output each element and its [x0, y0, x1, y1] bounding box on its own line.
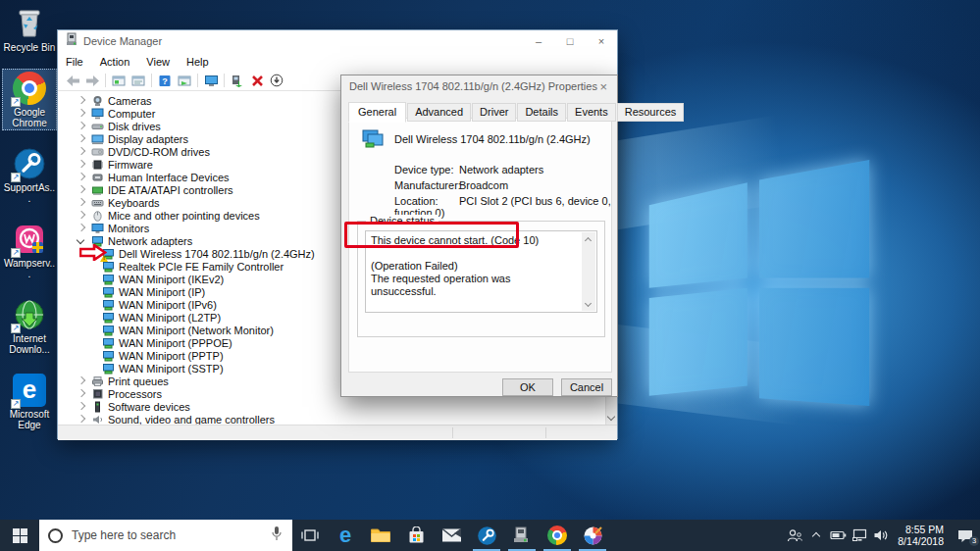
tab-details[interactable]: Details	[517, 103, 566, 122]
taskbar-clock[interactable]: 8:55 PM 8/14/2018	[898, 524, 944, 547]
taskbar-supportassist-icon[interactable]	[469, 520, 504, 551]
tab-driver[interactable]: Driver	[472, 103, 516, 122]
tree-item-label: WAN Miniport (IKEv2)	[119, 274, 224, 285]
scroll-up-icon[interactable]	[586, 236, 592, 242]
scan-hardware-icon[interactable]	[228, 73, 247, 89]
shortcut-arrow-icon: ↗	[11, 248, 21, 258]
disable-device-icon[interactable]	[267, 73, 286, 89]
tray-battery-icon[interactable]	[827, 520, 849, 551]
scroll-down-icon[interactable]	[607, 413, 615, 421]
tray-people-icon[interactable]	[784, 520, 805, 551]
chevron-right-icon[interactable]	[77, 377, 85, 385]
forward-icon[interactable]	[82, 73, 102, 89]
taskbar-edge-icon[interactable]: e	[328, 520, 363, 551]
chevron-right-icon[interactable]	[77, 186, 85, 194]
tree-item-label: WAN Miniport (L2TP)	[119, 312, 221, 324]
field-label: Manufacturer:	[394, 179, 459, 191]
back-icon[interactable]	[63, 73, 82, 89]
minimize-button[interactable]: –	[523, 30, 554, 52]
chevron-right-icon[interactable]	[77, 148, 85, 156]
tree-item-label: Display adapters	[108, 133, 188, 145]
windows-logo-icon	[13, 528, 27, 543]
chevron-right-icon[interactable]	[77, 403, 85, 411]
tree-item-label: Dell Wireless 1704 802.11b/g/n (2.4GHz)	[119, 248, 315, 260]
console-window-icon[interactable]	[175, 73, 194, 89]
desktop-icon-microsoft-edge[interactable]: e↗Microsoft Edge	[2, 371, 57, 432]
general-tab-panel: Dell Wireless 1704 802.11b/g/n (2.4GHz) …	[348, 118, 612, 373]
ok-button[interactable]: OK	[502, 378, 553, 396]
taskbar-chrome-icon[interactable]	[540, 520, 575, 551]
action-center-icon[interactable]: 3	[951, 520, 980, 551]
chevron-down-icon[interactable]	[77, 237, 85, 245]
desktop-icon-google-chrome[interactable]: ↗Google Chrome	[2, 69, 57, 130]
toolbar-separator	[197, 74, 198, 87]
tree-item-label: IDE ATA/ATAPI controllers	[108, 184, 233, 196]
cpu-device-icon	[91, 388, 104, 400]
tab-general[interactable]: General	[348, 102, 406, 123]
clock-time: 8:55 PM	[898, 524, 944, 535]
desktop-icon-recycle-bin[interactable]: Recycle Bin	[2, 4, 57, 55]
taskbar-task-view-icon[interactable]	[292, 520, 328, 551]
menu-bar: FileActionViewHelp	[58, 52, 617, 71]
menu-file[interactable]: File	[66, 56, 83, 68]
status-scrollbar[interactable]	[582, 232, 595, 311]
chevron-right-icon[interactable]	[77, 225, 85, 232]
disk-device-icon	[91, 121, 104, 132]
desktop-icon-supportassist[interactable]: ↗SupportAs...	[2, 144, 57, 206]
chevron-right-icon[interactable]	[77, 97, 85, 105]
tray-hidden-icons-icon[interactable]	[805, 520, 827, 551]
tab-advanced[interactable]: Advanced	[407, 103, 471, 122]
scroll-down-icon[interactable]	[586, 301, 592, 307]
menu-action[interactable]: Action	[100, 56, 130, 68]
tray-network-icon[interactable]	[849, 520, 870, 551]
properties-icon[interactable]	[129, 73, 148, 89]
show-tree-icon[interactable]	[109, 73, 129, 89]
chevron-right-icon[interactable]	[77, 161, 85, 169]
menu-help[interactable]: Help	[186, 56, 209, 68]
desktop-icon-wampserver[interactable]: ↗Wampserv...	[2, 220, 57, 281]
uninstall-device-icon[interactable]	[247, 73, 267, 89]
chevron-right-icon[interactable]	[77, 416, 85, 424]
taskbar-search[interactable]: Type here to search	[39, 520, 292, 551]
microphone-icon[interactable]	[270, 526, 284, 545]
taskbar-store-icon[interactable]	[398, 520, 434, 551]
chevron-right-icon[interactable]	[77, 110, 85, 118]
help-icon[interactable]: ?	[155, 73, 175, 89]
chevron-right-icon[interactable]	[77, 123, 85, 130]
tab-resources[interactable]: Resources	[617, 103, 685, 122]
taskbar-file-explorer-icon[interactable]	[363, 520, 398, 551]
taskbar-device-manager-icon[interactable]	[504, 520, 540, 551]
device-manager-titlebar[interactable]: Device Manager – □ ×	[58, 30, 617, 52]
chevron-right-icon[interactable]	[77, 390, 85, 398]
chevron-right-icon[interactable]	[77, 135, 85, 143]
chevron-right-icon[interactable]	[77, 199, 85, 207]
taskbar-mail-icon[interactable]	[434, 520, 469, 551]
tree-item-label: WAN Miniport (Network Monitor)	[119, 325, 274, 336]
tab-events[interactable]: Events	[567, 103, 616, 122]
ide-device-icon	[91, 184, 104, 196]
computer-device-icon	[91, 108, 104, 120]
chevron-right-icon[interactable]	[77, 174, 85, 181]
taskbar-paint-icon[interactable]	[575, 520, 610, 551]
device-status-groupbox: Device status This device cannot start. …	[357, 221, 605, 337]
tree-item-label: WAN Miniport (SSTP)	[119, 363, 224, 375]
chevron-right-icon[interactable]	[77, 212, 85, 220]
maximize-button[interactable]: □	[554, 30, 586, 52]
tray-volume-icon[interactable]	[870, 520, 892, 551]
camera-device-icon	[91, 95, 104, 107]
start-button[interactable]	[0, 520, 39, 551]
desktop-icon-internet-download[interactable]: ↗Internet Downlo...	[2, 295, 57, 357]
status-line: (Operation Failed)	[371, 260, 579, 273]
software-device-icon	[91, 401, 104, 413]
taskbar: Type here to search e 8:55 PM 8/14/2018 …	[0, 520, 980, 551]
device-status-text[interactable]: This device cannot start. (Code 10)(Oper…	[365, 230, 597, 313]
menu-view[interactable]: View	[146, 56, 170, 68]
tree-item[interactable]: Sound, video and game controllers	[58, 413, 605, 425]
cancel-button[interactable]: Cancel	[561, 378, 612, 396]
tree-item-label: WAN Miniport (IP)	[119, 286, 205, 298]
dialog-titlebar[interactable]: Dell Wireless 1704 802.11b/g/n (2.4GHz) …	[341, 75, 617, 97]
remote-computer-icon[interactable]	[201, 73, 221, 89]
dialog-close-icon[interactable]: ×	[597, 79, 609, 94]
tree-item[interactable]: Software devices	[58, 400, 605, 413]
close-button[interactable]: ×	[586, 30, 617, 52]
